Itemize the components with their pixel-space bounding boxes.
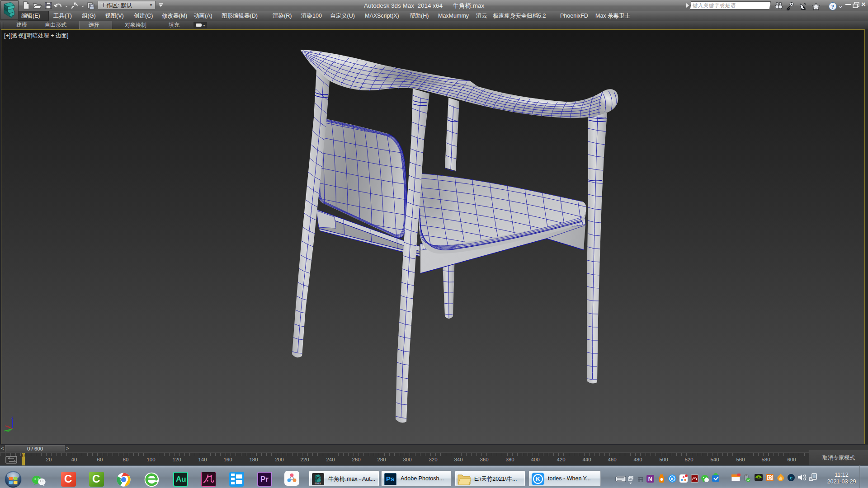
svg-text:e: e <box>790 475 793 480</box>
svg-text:K: K <box>536 475 540 483</box>
svg-text:?: ? <box>831 3 835 10</box>
svg-text:max: max <box>315 482 321 485</box>
svg-text:N: N <box>648 476 652 482</box>
svg-text:K: K <box>671 477 674 481</box>
